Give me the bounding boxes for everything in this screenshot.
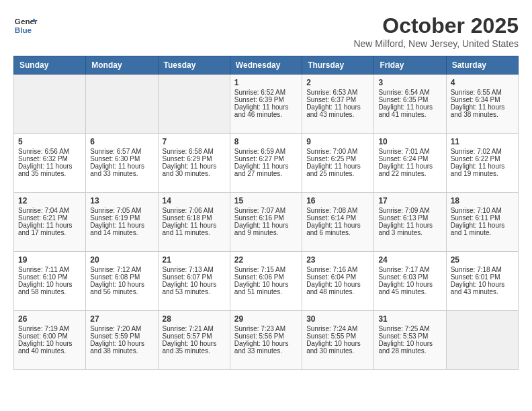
day-number: 18 (451, 196, 514, 205)
day-info: Sunset: 6:35 PM (378, 96, 441, 103)
calendar-cell: 5Sunrise: 6:56 AMSunset: 6:32 PMDaylight… (14, 134, 86, 193)
day-info: Sunrise: 6:52 AM (234, 89, 298, 96)
day-info: Sunrise: 7:06 AM (163, 207, 226, 214)
day-info: Sunset: 6:32 PM (18, 155, 81, 163)
calendar-cell: 18Sunrise: 7:10 AMSunset: 6:11 PMDayligh… (446, 193, 518, 252)
calendar-cell (14, 75, 86, 134)
day-info: Sunset: 6:39 PM (234, 96, 298, 103)
calendar-cell: 8Sunrise: 6:59 AMSunset: 6:27 PMDaylight… (230, 134, 302, 193)
day-info: Daylight: 10 hours and 58 minutes. (18, 281, 81, 295)
day-number: 9 (306, 137, 369, 146)
day-number: 12 (18, 196, 81, 205)
day-info: Sunset: 6:21 PM (18, 214, 81, 222)
calendar-week-row: 26Sunrise: 7:19 AMSunset: 6:00 PMDayligh… (14, 311, 519, 370)
day-info: Sunrise: 7:19 AM (18, 325, 81, 332)
weekday-header: Wednesday (230, 56, 302, 75)
day-info: Daylight: 10 hours and 28 minutes. (378, 340, 441, 355)
calendar-cell: 13Sunrise: 7:05 AMSunset: 6:19 PMDayligh… (86, 193, 158, 252)
day-info: Sunrise: 7:09 AM (378, 207, 441, 214)
day-info: Daylight: 10 hours and 48 minutes. (306, 281, 369, 295)
day-info: Sunrise: 7:13 AM (163, 266, 226, 273)
calendar-cell: 3Sunrise: 6:54 AMSunset: 6:35 PMDaylight… (374, 75, 446, 134)
day-info: Sunrise: 6:54 AM (378, 89, 441, 96)
day-info: Sunset: 6:22 PM (451, 155, 514, 163)
day-number: 24 (378, 255, 441, 265)
day-info: Sunset: 6:10 PM (18, 273, 81, 281)
day-info: Sunset: 6:06 PM (234, 273, 298, 281)
day-number: 22 (234, 255, 298, 265)
day-info: Daylight: 11 hours and 41 minutes. (378, 103, 441, 118)
day-info: Daylight: 11 hours and 6 minutes. (306, 222, 369, 236)
day-info: Sunset: 6:24 PM (378, 155, 441, 163)
day-number: 5 (18, 137, 81, 146)
calendar-cell: 14Sunrise: 7:06 AMSunset: 6:18 PMDayligh… (158, 193, 230, 252)
calendar-week-row: 5Sunrise: 6:56 AMSunset: 6:32 PMDaylight… (14, 134, 519, 193)
day-info: Sunrise: 6:58 AM (163, 148, 226, 155)
day-number: 21 (163, 255, 226, 265)
calendar-cell: 11Sunrise: 7:02 AMSunset: 6:22 PMDayligh… (446, 134, 518, 193)
calendar-cell: 22Sunrise: 7:15 AMSunset: 6:06 PMDayligh… (230, 252, 302, 311)
calendar-cell: 27Sunrise: 7:20 AMSunset: 5:59 PMDayligh… (86, 311, 158, 370)
day-number: 8 (234, 137, 298, 146)
day-number: 4 (451, 78, 514, 87)
day-info: Daylight: 11 hours and 14 minutes. (90, 222, 153, 236)
day-info: Daylight: 10 hours and 40 minutes. (18, 340, 81, 355)
calendar-cell: 23Sunrise: 7:16 AMSunset: 6:04 PMDayligh… (302, 252, 374, 311)
day-info: Sunset: 6:14 PM (306, 214, 369, 222)
calendar-cell (158, 75, 230, 134)
weekday-header: Saturday (446, 56, 518, 75)
calendar-cell: 30Sunrise: 7:24 AMSunset: 5:55 PMDayligh… (302, 311, 374, 370)
day-number: 27 (90, 314, 153, 324)
day-info: Daylight: 11 hours and 19 minutes. (451, 163, 514, 177)
day-info: Sunrise: 7:21 AM (163, 325, 226, 332)
day-info: Daylight: 10 hours and 43 minutes. (451, 281, 514, 295)
weekday-header: Tuesday (158, 56, 230, 75)
calendar-cell: 15Sunrise: 7:07 AMSunset: 6:16 PMDayligh… (230, 193, 302, 252)
calendar-cell: 7Sunrise: 6:58 AMSunset: 6:29 PMDaylight… (158, 134, 230, 193)
day-number: 28 (163, 314, 226, 324)
calendar-cell: 25Sunrise: 7:18 AMSunset: 6:01 PMDayligh… (446, 252, 518, 311)
day-info: Daylight: 10 hours and 45 minutes. (378, 281, 441, 295)
month-title: October 2025 (353, 13, 519, 38)
day-number: 30 (306, 314, 369, 324)
calendar-cell: 2Sunrise: 6:53 AMSunset: 6:37 PMDaylight… (302, 75, 374, 134)
day-info: Sunset: 6:16 PM (234, 214, 298, 222)
day-info: Sunrise: 7:00 AM (306, 148, 369, 155)
day-number: 31 (378, 314, 441, 324)
day-info: Sunset: 6:13 PM (378, 214, 441, 222)
day-info: Daylight: 11 hours and 46 minutes. (234, 103, 298, 118)
calendar-cell: 24Sunrise: 7:17 AMSunset: 6:03 PMDayligh… (374, 252, 446, 311)
day-info: Daylight: 11 hours and 11 minutes. (163, 222, 226, 236)
day-info: Sunset: 5:56 PM (234, 332, 298, 340)
calendar-table: SundayMondayTuesdayWednesdayThursdayFrid… (13, 56, 519, 370)
day-info: Daylight: 10 hours and 56 minutes. (90, 281, 153, 295)
calendar-cell: 6Sunrise: 6:57 AMSunset: 6:30 PMDaylight… (86, 134, 158, 193)
day-info: Daylight: 11 hours and 33 minutes. (90, 163, 153, 177)
day-info: Sunrise: 7:12 AM (90, 266, 153, 273)
day-info: Daylight: 10 hours and 38 minutes. (90, 340, 153, 355)
day-number: 11 (451, 137, 514, 146)
calendar-cell: 20Sunrise: 7:12 AMSunset: 6:08 PMDayligh… (86, 252, 158, 311)
day-info: Sunset: 6:19 PM (90, 214, 153, 222)
day-info: Daylight: 11 hours and 35 minutes. (18, 163, 81, 177)
day-info: Daylight: 11 hours and 22 minutes. (378, 163, 441, 177)
calendar-cell: 28Sunrise: 7:21 AMSunset: 5:57 PMDayligh… (158, 311, 230, 370)
day-info: Sunset: 6:08 PM (90, 273, 153, 281)
day-info: Sunrise: 7:10 AM (451, 207, 514, 214)
day-info: Daylight: 11 hours and 27 minutes. (234, 163, 298, 177)
calendar-cell: 1Sunrise: 6:52 AMSunset: 6:39 PMDaylight… (230, 75, 302, 134)
day-info: Daylight: 11 hours and 43 minutes. (306, 103, 369, 118)
day-info: Sunset: 6:25 PM (306, 155, 369, 163)
day-info: Sunrise: 7:20 AM (90, 325, 153, 332)
day-number: 10 (378, 137, 441, 146)
day-info: Sunrise: 7:05 AM (90, 207, 153, 214)
day-number: 2 (306, 78, 369, 87)
day-info: Sunset: 6:37 PM (306, 96, 369, 103)
calendar-cell: 12Sunrise: 7:04 AMSunset: 6:21 PMDayligh… (14, 193, 86, 252)
day-info: Sunset: 6:27 PM (234, 155, 298, 163)
day-info: Sunrise: 7:11 AM (18, 266, 81, 273)
day-number: 15 (234, 196, 298, 205)
day-info: Sunrise: 6:55 AM (451, 89, 514, 96)
logo-icon: General Blue (13, 13, 38, 38)
day-info: Daylight: 10 hours and 35 minutes. (163, 340, 226, 355)
